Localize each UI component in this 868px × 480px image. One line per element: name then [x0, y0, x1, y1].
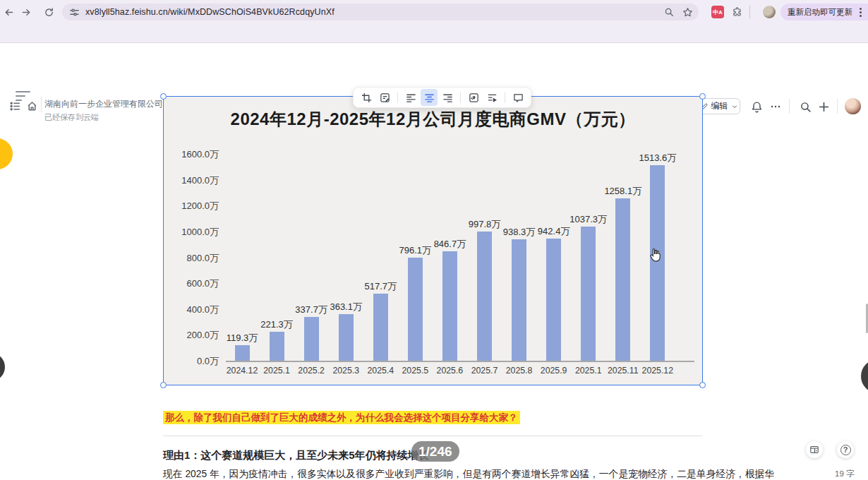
- bar: [408, 258, 423, 361]
- extensions-puzzle-icon[interactable]: [730, 5, 744, 19]
- header-divider: [837, 99, 838, 114]
- bar: [512, 239, 526, 361]
- help-button[interactable]: ?: [837, 441, 854, 458]
- address-bar[interactable]: xv8lyll5haz.feishu.cn/wiki/MxDDwSChOiS4B…: [62, 4, 699, 20]
- mouse-cursor-hand: [648, 248, 661, 265]
- chart-image[interactable]: 2024年12月-2025年12月公司月度电商GMV（万元） 1600.0万14…: [164, 97, 702, 385]
- y-tick-label: 200.0万: [165, 329, 219, 342]
- forward-icon[interactable]: [19, 5, 33, 19]
- browser-profile-avatar[interactable]: [763, 6, 776, 18]
- bar-value-label: 363.1万: [316, 301, 375, 313]
- bar-value-label: 119.3万: [212, 332, 272, 344]
- more-actions-icon[interactable]: [768, 99, 783, 114]
- bar: [235, 345, 250, 361]
- breadcrumb-company[interactable]: 湖南向前一步企业管理有限公司: [44, 98, 163, 110]
- resize-handle-top-right[interactable]: [699, 93, 706, 100]
- question-icon: ?: [840, 445, 851, 455]
- notifications-bell-icon[interactable]: [749, 99, 764, 114]
- doc-divider: [163, 436, 702, 436]
- chevron-down-icon: [731, 103, 738, 110]
- catalog-panel-button[interactable]: [806, 441, 823, 458]
- resize-handle-bottom-left[interactable]: [160, 382, 167, 388]
- copy-link-icon[interactable]: [465, 89, 482, 106]
- y-tick-label: 1600.0万: [165, 148, 219, 161]
- bar: [304, 317, 319, 361]
- bookmarks-bar: N notionAI 飞瓜 所有书签: [0, 24, 868, 43]
- bar: [477, 232, 492, 361]
- bar: [442, 251, 457, 361]
- edit-label: 编辑: [711, 100, 728, 112]
- y-tick-label: 1400.0万: [165, 174, 219, 187]
- extract-convert-icon[interactable]: [483, 89, 500, 106]
- bar: [373, 294, 388, 361]
- resize-handle-top-left[interactable]: [160, 93, 167, 100]
- resize-handle-bottom-right[interactable]: [699, 382, 706, 388]
- y-tick-label: 400.0万: [165, 304, 219, 316]
- crop-icon[interactable]: [358, 89, 375, 106]
- panel-doc-icon: [809, 445, 819, 455]
- toolbar-divider: [749, 6, 750, 18]
- bar-value-label: 1037.3万: [559, 213, 618, 226]
- outline-toggle-icon[interactable]: [16, 91, 32, 104]
- refresh-icon[interactable]: [42, 5, 56, 19]
- bar: [615, 198, 630, 361]
- saved-status: 已经保存到云端: [44, 112, 99, 123]
- bar: [546, 239, 561, 361]
- restart-to-update-button[interactable]: 重新启动即可更新: [780, 4, 868, 20]
- header-divider: [789, 99, 790, 114]
- bar: [581, 227, 596, 361]
- feishu-header: 湖南向前一步企业管理有限公司 龙渊 2026千亿商机分享会 外部 已经保存到云端…: [0, 43, 868, 83]
- x-axis-line: [226, 361, 694, 362]
- y-tick-label: 600.0万: [165, 277, 219, 290]
- zoom-icon[interactable]: [664, 7, 674, 17]
- y-tick-label: 1000.0万: [165, 226, 219, 239]
- site-info-icon[interactable]: [69, 7, 80, 18]
- back-icon[interactable]: [1, 5, 16, 19]
- floating-widget-left[interactable]: [0, 353, 5, 381]
- align-left-icon[interactable]: [402, 89, 419, 106]
- x-tick-label: 2025.12: [636, 366, 680, 376]
- bar: [339, 314, 354, 361]
- word-count: 19 字: [835, 469, 855, 479]
- browser-menu-icon[interactable]: [860, 8, 862, 17]
- translate-extension-icon[interactable]: 中A: [711, 6, 724, 18]
- search-icon[interactable]: [797, 99, 813, 114]
- header-divider: [41, 97, 42, 112]
- bar-value-label: 1513.6万: [628, 152, 687, 164]
- align-right-icon[interactable]: [439, 89, 456, 106]
- page-counter-badge: 1/246: [411, 441, 459, 462]
- y-tick-label: 0.0万: [165, 355, 219, 368]
- y-tick-label: 800.0万: [165, 252, 219, 265]
- highlighted-paragraph: 那么，除了我们自己做到了巨大的成绩之外，为什么我会选择这个项目分享给大家？: [163, 411, 520, 424]
- bar-value-label: 1258.1万: [593, 185, 653, 198]
- image-toolbar: [353, 87, 531, 108]
- bar-value-label: 221.3万: [247, 318, 306, 331]
- reason-heading: 理由1：这个赛道规模巨大，且至少未来5年仍将持续增长: [163, 449, 429, 462]
- browser-toolbar: xv8lyll5haz.feishu.cn/wiki/MxDDwSChOiS4B…: [0, 0, 868, 24]
- bookmark-star-icon[interactable]: [682, 7, 693, 18]
- bar-value-label: 942.4万: [524, 225, 584, 238]
- comment-icon[interactable]: [510, 89, 526, 106]
- highlight-text: 那么，除了我们自己做到了巨大的成绩之外，为什么我会选择这个项目分享给大家？: [163, 411, 520, 424]
- screen: xv8lyll5haz.feishu.cn/wiki/MxDDwSChOiS4B…: [0, 0, 868, 480]
- update-label: 重新启动即可更新: [788, 7, 852, 18]
- create-new-icon[interactable]: [816, 99, 831, 114]
- user-avatar[interactable]: [845, 98, 861, 114]
- chart-plot: 1600.0万1400.0万1200.0万1000.0万800.0万600.0万…: [164, 97, 702, 385]
- bar-value-label: 846.7万: [420, 238, 479, 251]
- align-center-icon[interactable]: [421, 89, 438, 106]
- edit-button[interactable]: 编辑: [697, 98, 740, 114]
- bar-value-label: 517.7万: [351, 280, 410, 293]
- y-tick-label: 1200.0万: [165, 200, 219, 212]
- rename-note-icon[interactable]: [376, 89, 393, 106]
- floating-widget-right[interactable]: [861, 359, 868, 393]
- url-text[interactable]: xv8lyll5haz.feishu.cn/wiki/MxDDwSChOiS4B…: [85, 7, 334, 17]
- floating-widget-yellow[interactable]: [0, 138, 13, 169]
- body-paragraph: 现在 2025 年，因为疫情冲击，很多实体以及很多产业收到严重影响，但是有两个赛…: [163, 467, 713, 480]
- bar: [270, 332, 284, 361]
